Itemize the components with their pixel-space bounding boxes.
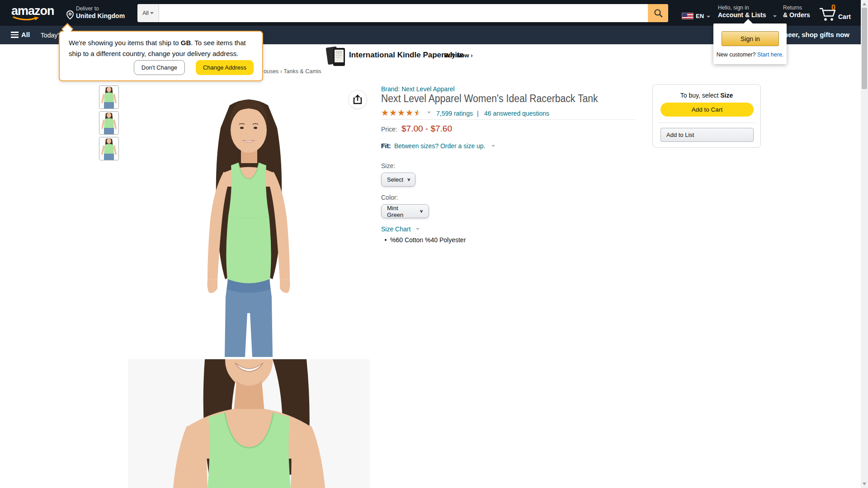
price-value: $7.00 - $7.60 <box>401 124 452 134</box>
model-photo-closeup <box>128 359 370 488</box>
search-category-label: All <box>142 10 148 16</box>
hamburger-icon <box>11 32 19 39</box>
amazon-product-page: amazon Deliver to United Kingdom All <box>0 0 868 488</box>
buy-box: To buy, select Size Add to Cart Add to L… <box>652 84 761 148</box>
answered-questions-link[interactable]: 46 answered questions <box>484 110 549 117</box>
search-icon <box>653 8 663 18</box>
fit-advice-link[interactable]: Between sizes? Order a size up. <box>394 142 486 150</box>
search-button[interactable] <box>648 4 668 22</box>
chevron-down-icon: ∨ <box>407 177 410 182</box>
amazon-logo-text: amazon <box>11 5 57 17</box>
add-to-list-button[interactable]: Add to List <box>660 128 754 142</box>
dont-change-button[interactable]: Don't Change <box>134 60 185 75</box>
share-icon <box>353 94 362 104</box>
deliver-to-country: United Kingdom <box>76 12 125 19</box>
thumbnail-photo <box>99 112 118 134</box>
ratings-count-link[interactable]: 7,599 ratings <box>436 110 473 117</box>
separator: | <box>477 110 479 117</box>
kindle-buy-now-link[interactable]: Buy Now › <box>444 52 473 59</box>
header-bar: amazon Deliver to United Kingdom All <box>0 0 861 26</box>
product-image-main[interactable] <box>128 85 370 357</box>
color-label: Color: <box>381 194 398 201</box>
buybox-prompt: To buy, select Size <box>653 92 760 99</box>
delivery-address-popup: We're showing you items that ship to GB.… <box>59 31 263 81</box>
thumbnail-photo <box>99 86 118 108</box>
cart-count-badge: 0 <box>831 4 835 12</box>
material-bullet: %60 Cotton %40 Polyester <box>390 236 466 244</box>
add-to-cart-button[interactable]: Add to Cart <box>660 103 754 117</box>
image-thumbnail-3[interactable] <box>99 137 119 160</box>
chevron-down-icon <box>707 16 710 18</box>
bullet-icon <box>385 239 387 241</box>
scroll-up-arrow-icon[interactable] <box>863 3 866 5</box>
cart-label: Cart <box>838 13 851 20</box>
returns-label: Returns <box>783 5 815 11</box>
kindle-device-icon <box>326 45 346 67</box>
sign-in-button[interactable]: Sign in <box>722 31 779 46</box>
deliver-to-label: Deliver to <box>76 5 99 12</box>
chevron-down-icon[interactable] <box>491 145 495 147</box>
star-rating[interactable]: ★★★★★ ★★★★★ <box>381 108 422 117</box>
delivery-message-pre: We're showing you items that ship to <box>69 39 181 47</box>
language-selector[interactable]: EN <box>682 12 709 22</box>
brand-link[interactable]: Brand: Next Level Apparel <box>381 85 455 93</box>
account-lists-menu[interactable]: Hello, sign in Account & Lists <box>718 5 781 23</box>
size-dropdown[interactable]: Select ∨ <box>381 173 415 187</box>
model-photo-front <box>128 85 370 357</box>
change-address-button[interactable]: Change Address <box>196 60 254 75</box>
color-dropdown-value: Mint Green <box>387 205 416 218</box>
search-bar: All <box>137 4 668 22</box>
language-label: EN <box>696 13 704 19</box>
amazon-logo[interactable]: amazon <box>11 5 57 22</box>
rating-row: ★★★★★ ★★★★★ 7,599 ratings | 46 answered … <box>381 108 422 118</box>
size-label: Size: <box>381 162 395 169</box>
delivery-popup-message: We're showing you items that ship to GB.… <box>69 38 256 59</box>
thumbnail-photo <box>99 137 118 160</box>
new-customer-label: New customer? <box>717 52 757 58</box>
buybox-prompt-text: To buy, select <box>680 92 720 99</box>
chevron-down-icon <box>773 15 777 17</box>
stars-filled: ★★★★★ <box>381 108 418 117</box>
returns-orders-button[interactable]: Returns & Orders <box>783 5 815 23</box>
delivery-country-code: GB <box>181 39 191 47</box>
new-customer-row: New customer? Start here. <box>713 52 787 58</box>
buybox-prompt-size: Size <box>720 92 733 99</box>
chevron-down-icon: ∨ <box>420 209 423 213</box>
cart-button[interactable]: 0 Cart <box>819 4 857 23</box>
search-input[interactable] <box>159 4 648 22</box>
all-menu-button[interactable]: All <box>11 31 38 40</box>
start-here-link[interactable]: Start here. <box>757 52 783 58</box>
page-scrollbar[interactable] <box>861 0 868 488</box>
product-image-secondary[interactable] <box>128 359 370 488</box>
size-chart-link[interactable]: Size Chart <box>381 225 410 233</box>
greeting-text: Hello, sign in <box>718 5 781 11</box>
chevron-down-icon <box>150 12 154 14</box>
chevron-down-icon[interactable] <box>427 112 431 113</box>
account-lists-label: Account & Lists <box>718 11 781 19</box>
search-category-dropdown[interactable]: All <box>137 4 159 22</box>
all-menu-label: All <box>21 31 30 38</box>
us-flag-icon <box>682 13 693 19</box>
location-pin-icon <box>66 10 74 19</box>
signin-popup: Sign in New customer? Start here. <box>713 23 787 64</box>
divider <box>658 122 756 123</box>
amazon-smile-icon <box>13 16 41 22</box>
fit-label: Fit: <box>381 142 391 150</box>
scrollbar-thumb[interactable] <box>862 8 867 89</box>
image-thumbnail-1[interactable] <box>99 85 119 109</box>
color-dropdown[interactable]: Mint Green ∨ <box>381 204 429 218</box>
size-dropdown-value: Select <box>387 176 403 183</box>
image-thumbnail-2[interactable] <box>99 111 119 135</box>
price-label: Price: <box>381 126 397 133</box>
kindle-banner[interactable]: International Kindle Paperwhite Buy Now … <box>326 45 515 67</box>
product-title: Next Level Apparel Women's Ideal Racerba… <box>381 93 598 105</box>
share-button[interactable] <box>348 90 367 109</box>
orders-label: & Orders <box>783 11 815 19</box>
scroll-down-arrow-icon[interactable] <box>863 483 866 485</box>
breadcrumb[interactable]: ouses › Tanks & Camis <box>264 68 321 75</box>
chevron-down-icon[interactable] <box>416 228 420 230</box>
deliver-to-button[interactable]: Deliver to United Kingdom <box>66 4 129 23</box>
divider <box>381 119 635 120</box>
